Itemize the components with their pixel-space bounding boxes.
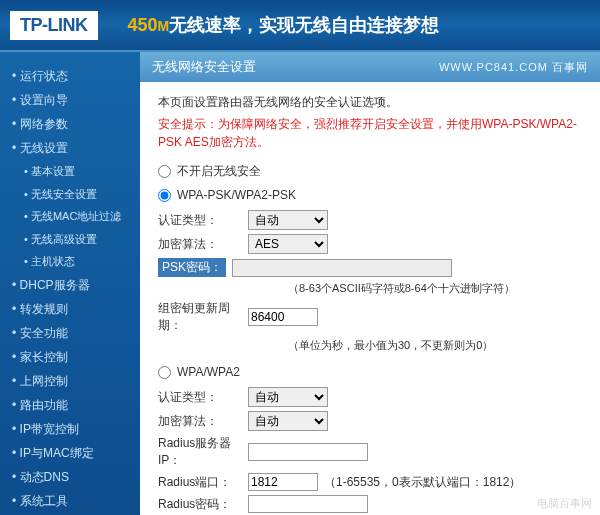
- radio-wpa-row: WPA/WPA2: [158, 365, 582, 379]
- radius-pw-label: Radius密码：: [158, 496, 248, 513]
- enc-select[interactable]: AES: [248, 234, 328, 254]
- psk-hint: （8-63个ASCII码字符或8-64个十六进制字符）: [288, 281, 582, 296]
- footer-watermark: 电脑百事网: [537, 496, 592, 511]
- rekey-hint: （单位为秒，最小值为30，不更新则为0）: [288, 338, 582, 353]
- radio-wpapsk-row: WPA-PSK/WPA2-PSK: [158, 188, 582, 202]
- auth2-select[interactable]: 自动: [248, 387, 328, 407]
- panel-body: 本页面设置路由器无线网络的安全认证选项。 安全提示：为保障网络安全，强烈推荐开启…: [140, 82, 600, 515]
- sidebar-item-12[interactable]: 家长控制: [0, 345, 140, 369]
- radius-port-input[interactable]: [248, 473, 318, 491]
- panel-title: 无线网络安全设置: [152, 58, 256, 76]
- content: 无线网络安全设置 WWW.PC841.COM 百事网 本页面设置路由器无线网络的…: [140, 52, 600, 515]
- enc2-select[interactable]: 自动: [248, 411, 328, 431]
- psk-label: PSK密码：: [158, 258, 226, 277]
- warning-text: 安全提示：为保障网络安全，强烈推荐开启安全设置，并使用WPA-PSK/WPA2-…: [158, 115, 582, 151]
- auth2-label: 认证类型：: [158, 389, 248, 406]
- sidebar: 运行状态设置向导网络参数无线设置基本设置无线安全设置无线MAC地址过滤无线高级设…: [0, 52, 140, 515]
- sidebar-item-6[interactable]: 无线MAC地址过滤: [0, 205, 140, 228]
- sidebar-item-9[interactable]: DHCP服务器: [0, 273, 140, 297]
- sidebar-item-0[interactable]: 运行状态: [0, 64, 140, 88]
- sidebar-item-17[interactable]: 动态DNS: [0, 465, 140, 489]
- radius-port-hint: （1-65535，0表示默认端口：1812）: [324, 474, 521, 491]
- rekey-label: 组密钥更新周期：: [158, 300, 248, 334]
- sidebar-item-18[interactable]: 系统工具: [0, 489, 140, 513]
- radio-wpa[interactable]: [158, 366, 171, 379]
- sidebar-item-10[interactable]: 转发规则: [0, 297, 140, 321]
- sidebar-item-4[interactable]: 基本设置: [0, 160, 140, 183]
- psk-input[interactable]: [232, 259, 452, 277]
- radio-wpapsk[interactable]: [158, 189, 171, 202]
- logo: TP-LINK: [10, 11, 98, 40]
- main: 运行状态设置向导网络参数无线设置基本设置无线安全设置无线MAC地址过滤无线高级设…: [0, 52, 600, 515]
- panel-title-bar: 无线网络安全设置 WWW.PC841.COM 百事网: [140, 52, 600, 82]
- sidebar-item-3[interactable]: 无线设置: [0, 136, 140, 160]
- radius-ip-input[interactable]: [248, 443, 368, 461]
- sidebar-item-8[interactable]: 主机状态: [0, 250, 140, 273]
- radio-wpa-label: WPA/WPA2: [177, 365, 240, 379]
- radio-none-row: 不开启无线安全: [158, 163, 582, 180]
- sidebar-item-1[interactable]: 设置向导: [0, 88, 140, 112]
- auth-label: 认证类型：: [158, 212, 248, 229]
- watermark-url: WWW.PC841.COM 百事网: [439, 60, 588, 75]
- radius-port-label: Radius端口：: [158, 474, 248, 491]
- enc-label: 加密算法：: [158, 236, 248, 253]
- sidebar-item-11[interactable]: 安全功能: [0, 321, 140, 345]
- intro-text: 本页面设置路由器无线网络的安全认证选项。: [158, 94, 582, 111]
- radius-pw-input[interactable]: [248, 495, 368, 513]
- header-tagline: 450M无线速率，实现无线自由连接梦想: [128, 13, 440, 37]
- radio-none[interactable]: [158, 165, 171, 178]
- radius-ip-label: Radius服务器IP：: [158, 435, 248, 469]
- sidebar-item-16[interactable]: IP与MAC绑定: [0, 441, 140, 465]
- enc2-label: 加密算法：: [158, 413, 248, 430]
- auth-select[interactable]: 自动: [248, 210, 328, 230]
- sidebar-item-15[interactable]: IP带宽控制: [0, 417, 140, 441]
- radio-wpapsk-label: WPA-PSK/WPA2-PSK: [177, 188, 296, 202]
- rekey-input[interactable]: [248, 308, 318, 326]
- sidebar-item-7[interactable]: 无线高级设置: [0, 228, 140, 251]
- sidebar-item-5[interactable]: 无线安全设置: [0, 183, 140, 206]
- header: TP-LINK 450M无线速率，实现无线自由连接梦想: [0, 0, 600, 50]
- sidebar-item-2[interactable]: 网络参数: [0, 112, 140, 136]
- sidebar-item-13[interactable]: 上网控制: [0, 369, 140, 393]
- sidebar-item-14[interactable]: 路由功能: [0, 393, 140, 417]
- radio-none-label: 不开启无线安全: [177, 163, 261, 180]
